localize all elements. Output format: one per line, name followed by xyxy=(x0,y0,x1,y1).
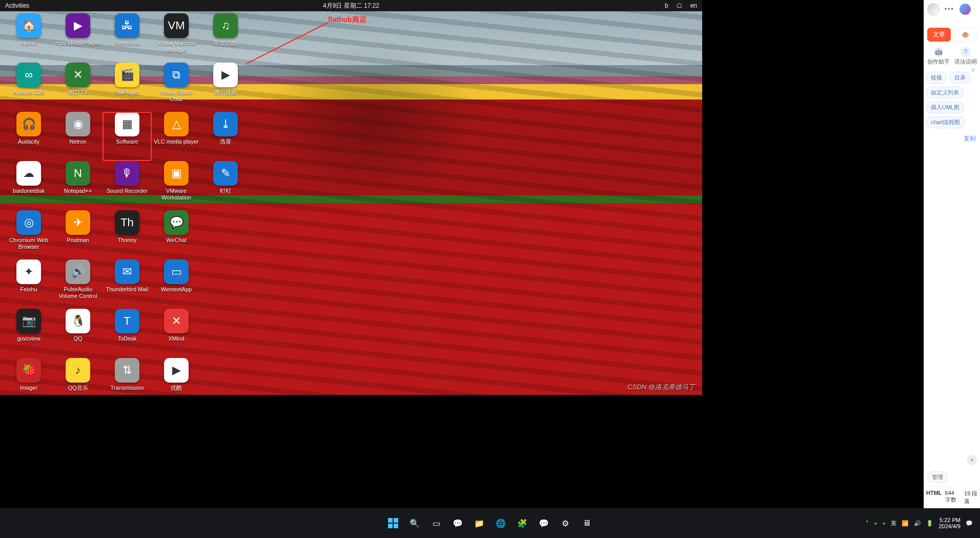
chat-icon[interactable]: 💬 xyxy=(451,516,465,530)
desktop-icon-remmina[interactable]: 🖧Remmina xyxy=(103,13,152,63)
guvcview-icon: 📷 xyxy=(16,309,41,333)
desktop-icon-xunlei[interactable]: ⤓迅雷 xyxy=(201,112,250,161)
wechat-tray-icon-2[interactable]: ● xyxy=(883,520,886,526)
todesk-icon: T xyxy=(115,309,139,333)
desktop-icon-notepadpp[interactable]: NNotepad++ xyxy=(53,161,103,210)
notifications-icon[interactable]: 💬 xyxy=(966,520,973,527)
desktop-icon-software[interactable]: ▦Software xyxy=(103,112,152,161)
menu-dots-icon[interactable]: ••• xyxy=(945,6,954,13)
desktop-icon-label: Chromium Web Browser xyxy=(5,237,52,250)
ime-indicator[interactable]: 英 xyxy=(891,520,896,527)
insert-chip-1[interactable]: 目录 xyxy=(950,72,970,84)
tab-template[interactable]: 🐵 xyxy=(954,28,977,42)
desktop-icon-baidunetdisk[interactable]: ☁baidunetdisk xyxy=(4,161,53,210)
desktop-icon-wechat[interactable]: 💬WeChat xyxy=(152,210,201,260)
desktop-icon-label: Imager xyxy=(20,385,37,391)
desktop-icon-dingtalk[interactable]: ✎钉钉 xyxy=(201,161,250,210)
app-icon[interactable]: 🖥 xyxy=(580,516,594,530)
close-panel-icon[interactable]: × xyxy=(971,67,975,74)
desktop-icon-grid: 🏠Home▶mpv Media Player🖧RemminaVMVirtual … xyxy=(4,13,250,407)
desktop-icon-vmware[interactable]: ▣VMware Workstation xyxy=(152,161,201,210)
taskview-icon[interactable]: ▭ xyxy=(429,516,443,530)
gnome-clock[interactable]: 4月9日 星期二 17:22 xyxy=(323,2,379,10)
manage-chip-0[interactable]: 管理 xyxy=(927,471,948,483)
desktop-icon-arduino[interactable]: ∞Arduino IDE xyxy=(4,63,53,112)
windows-taskbar[interactable]: 🔍 ▭ 💬 📁 🌐 🧩 💬 ⚙ 🖥 ˄ ● ● 英 📶 🔊 🔋 5:22 PM2… xyxy=(0,508,980,538)
tray-chevron-icon[interactable]: ˄ xyxy=(866,520,869,527)
desktop-icon-thonny[interactable]: ThThonny xyxy=(103,210,152,260)
tab-article[interactable]: 文章 xyxy=(927,28,951,42)
desktop-icon-wemeet[interactable]: ▭WemeetApp xyxy=(152,260,201,309)
creation-assistant[interactable]: 🤖创作助手 xyxy=(927,47,950,66)
desktop-icon-audacity[interactable]: 🎧Audacity xyxy=(4,112,53,161)
desktop-icon-feishu[interactable]: ✦Feishu xyxy=(4,260,53,309)
start-icon[interactable] xyxy=(386,516,400,530)
desktop-icon-label: Feishu xyxy=(20,286,37,293)
bing-icon[interactable]: b xyxy=(665,2,668,9)
remmina-icon: 🖧 xyxy=(115,13,139,38)
wechat-taskbar-icon[interactable]: 💬 xyxy=(537,516,551,530)
desktop-icon-guvcview[interactable]: 📷guvcview xyxy=(4,309,53,358)
gnome-lang-indicator[interactable]: en xyxy=(690,2,697,9)
desktop-icon-label: mpv Media Player xyxy=(55,40,100,47)
gnome-activities[interactable]: Activities xyxy=(5,2,29,9)
explorer-icon[interactable]: 📁 xyxy=(472,516,486,530)
transmission-icon: ⇅ xyxy=(115,358,139,383)
copy-button[interactable]: 复制 xyxy=(924,132,980,145)
desktop-icon-sound-recorder[interactable]: 🎙Sound Recorder xyxy=(103,161,152,210)
edge-icon[interactable]: 🌐 xyxy=(494,516,508,530)
format-indicator: HTML xyxy=(926,490,942,505)
desktop-icon-todesk[interactable]: TToDesk xyxy=(103,309,152,358)
gnome-desktop: Activities 4月9日 星期二 17:22 b ☖ en flathub… xyxy=(0,0,702,395)
desktop-icon-xmind[interactable]: ✕XMind xyxy=(152,309,201,358)
desktop-icon-label: Thunderbird Mail xyxy=(106,286,149,293)
desktop-icon-label: SMPlayer xyxy=(115,89,139,96)
desktop-icon-label: baidunetdisk xyxy=(13,188,45,194)
wifi-icon[interactable]: 📶 xyxy=(902,520,909,527)
system-tray[interactable]: ˄ ● ● 英 📶 🔊 🔋 5:22 PM2024/4/9 💬 xyxy=(866,517,973,529)
search-icon[interactable]: 🔍 xyxy=(407,516,422,530)
volume-icon[interactable]: 🔊 xyxy=(914,520,921,527)
syntax-help[interactable]: ?语法说明 xyxy=(954,47,977,66)
settings-icon[interactable]: ⚙ xyxy=(558,516,573,530)
desktop-icon-youku[interactable]: ▶优酷 xyxy=(152,358,201,407)
vscode-icon[interactable]: 🧩 xyxy=(515,516,529,530)
taskbar-clock[interactable]: 5:22 PM2024/4/9 xyxy=(938,517,961,529)
copilot-icon[interactable] xyxy=(959,4,971,15)
insert-chip-2[interactable]: 自定义列表 xyxy=(926,87,964,98)
desktop-icon-label: 听歌识曲 xyxy=(214,40,237,47)
desktop-icon-thunderbird[interactable]: ✉Thunderbird Mail xyxy=(103,260,152,309)
desktop-icon-mqttx[interactable]: ✕MQTTX xyxy=(53,63,103,112)
wemeet-icon: ▭ xyxy=(164,260,189,284)
desktop-icon-smplayer[interactable]: 🎬SMPlayer xyxy=(103,63,152,112)
desktop-icon-mpv[interactable]: ▶mpv Media Player xyxy=(53,13,103,63)
avatar[interactable] xyxy=(927,3,940,15)
gnome-top-bar[interactable]: Activities 4月9日 星期二 17:22 b ☖ en xyxy=(0,0,702,11)
desktop-icon-netron[interactable]: ◉Netron xyxy=(53,112,103,161)
insert-chip-4[interactable]: chart流程图 xyxy=(926,116,965,128)
desktop-icon-home[interactable]: 🏠Home xyxy=(4,13,53,63)
desktop-icon-qq[interactable]: 🐧QQ xyxy=(53,309,103,358)
accessibility-icon[interactable]: ☖ xyxy=(677,2,682,9)
wechat-tray-icon[interactable]: ● xyxy=(874,520,877,526)
virt-manager-icon: VM xyxy=(164,13,189,38)
desktop-icon-chromium[interactable]: ◎Chromium Web Browser xyxy=(4,210,53,260)
desktop-icon-pulseaudio[interactable]: 🔊PulseAudio Volume Control xyxy=(53,260,103,309)
desktop-icon-imager[interactable]: 🍓Imager xyxy=(4,358,53,407)
desktop-icon-qqmusic[interactable]: ♪QQ音乐 xyxy=(53,358,103,407)
close-circle-icon[interactable]: × xyxy=(967,455,977,465)
desktop-icon-listen[interactable]: ♫听歌识曲 xyxy=(201,13,250,63)
insert-chip-3[interactable]: 插入UML图 xyxy=(926,102,964,113)
desktop-icon-postman[interactable]: ✈Postman xyxy=(53,210,103,260)
desktop-icon-vlc[interactable]: △VLC media player xyxy=(152,112,201,161)
desktop-icon-vscode[interactable]: ⧉Visual Studio Code xyxy=(152,63,201,112)
insert-chip-0[interactable]: 链接 xyxy=(926,72,947,84)
desktop-icon-tencent-video[interactable]: ▶腾讯视频 xyxy=(201,63,250,112)
desktop-icon-transmission[interactable]: ⇅Transmission xyxy=(103,358,152,407)
desktop-icon-virt-manager[interactable]: VMVirtual Machine Manager xyxy=(152,13,201,63)
desktop-icon-label: XMind xyxy=(168,335,184,342)
desktop-icon-label: VLC media player xyxy=(154,138,198,145)
desktop-icon-label: MQTTX xyxy=(68,89,88,96)
word-count: 644 字数 xyxy=(945,490,961,505)
battery-icon[interactable]: 🔋 xyxy=(926,520,933,527)
